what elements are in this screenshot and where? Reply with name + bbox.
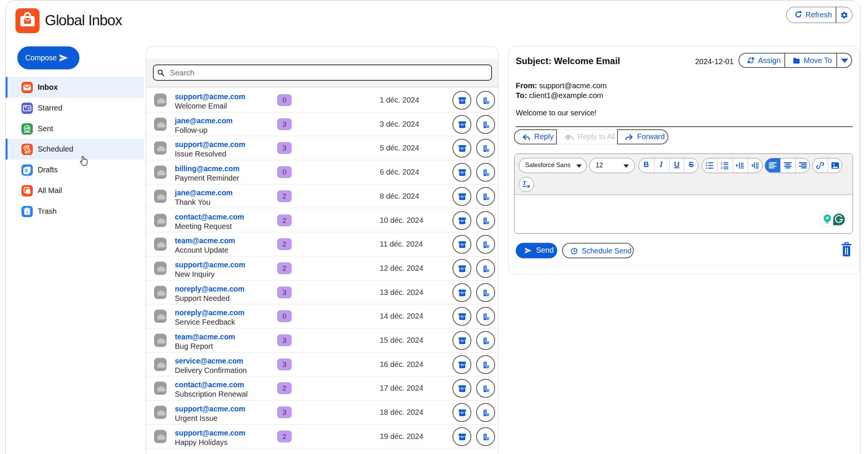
svg-text:1: 1: [721, 161, 723, 165]
svg-text:2: 2: [721, 166, 723, 170]
svg-text:T: T: [523, 180, 527, 186]
